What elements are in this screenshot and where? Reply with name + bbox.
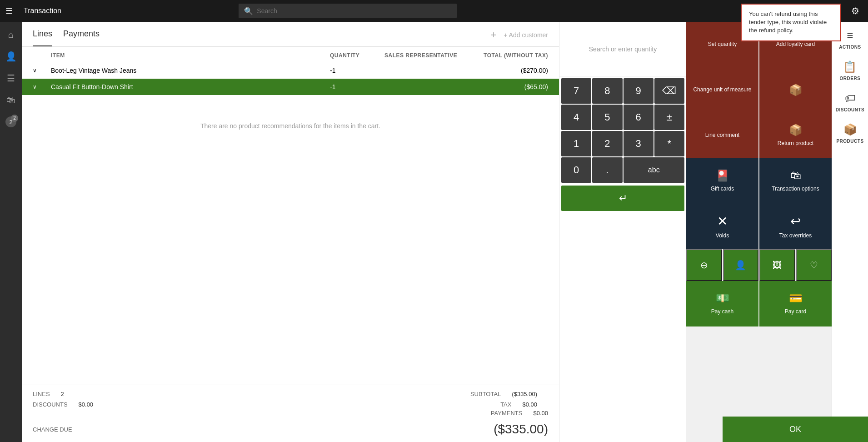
- action-panels: Set quantity Add loyalty card Change uni…: [686, 22, 832, 442]
- transaction-options-button[interactable]: 🛍 Transaction options: [759, 158, 832, 204]
- numpad-abc[interactable]: abc: [624, 157, 685, 183]
- search-icon: 🔍: [244, 7, 253, 15]
- header: ☰ Transaction 🔍 💬 ↻ ⚙: [0, 0, 868, 22]
- lines-label: LINES: [33, 391, 50, 397]
- sidebar-orders[interactable]: 📋 ORDERS: [840, 60, 861, 81]
- tab-payments[interactable]: Payments: [63, 29, 100, 46]
- numpad-0[interactable]: 0: [561, 157, 591, 183]
- hamburger-icon[interactable]: ☰: [5, 6, 13, 16]
- actions-icon: ≡: [847, 29, 853, 42]
- tax-label: TAX: [500, 401, 511, 408]
- numpad-5[interactable]: 5: [592, 105, 622, 130]
- tooltip-message: You can't refund using this tender type,…: [749, 10, 827, 34]
- numpad-backspace[interactable]: ⌫: [654, 78, 684, 104]
- ok-button[interactable]: OK: [723, 417, 868, 442]
- col-item: ITEM: [51, 52, 330, 59]
- numpad-4[interactable]: 4: [561, 105, 591, 130]
- panel-row-3: Line comment 📦 Return product: [686, 113, 832, 158]
- discounts-label: DISCOUNTS: [836, 107, 864, 112]
- tabs: Lines Payments + + Add customer: [22, 22, 559, 47]
- payments-value: $0.00: [533, 410, 548, 417]
- empty-state: There are no product recommendations for…: [33, 95, 548, 157]
- voids-button[interactable]: ✕ Voids: [686, 204, 758, 249]
- settings-icon[interactable]: ⚙: [848, 4, 863, 18]
- numpad-3[interactable]: 3: [624, 131, 653, 156]
- discounts-label: DISCOUNTS: [33, 401, 68, 408]
- numpad-plusminus[interactable]: ±: [654, 105, 684, 130]
- subtotal-label: SUBTOTAL: [470, 391, 501, 397]
- products-label: PRODUCTS: [836, 139, 863, 144]
- numpad-enter[interactable]: ↵: [561, 186, 684, 211]
- pay-card-button[interactable]: 💳 Pay card: [759, 281, 832, 326]
- tax-overrides-button[interactable]: ↩ Tax overrides: [759, 204, 832, 249]
- numpad-9[interactable]: 9: [624, 78, 653, 104]
- pay-cash-button[interactable]: 💵 Pay cash: [686, 281, 758, 326]
- item-qty: -1: [330, 83, 384, 90]
- discounts-icon: 🏷: [845, 92, 856, 105]
- sidebar-menu-icon[interactable]: ☰: [2, 69, 20, 87]
- item-name: Casual Fit Button-Down Shirt: [51, 83, 330, 90]
- payment-sm-2[interactable]: 👤: [723, 249, 759, 281]
- table-row[interactable]: ∨ Boot-Leg Vintage Wash Jeans -1 ($270.0…: [33, 62, 548, 79]
- left-sidebar: ⌂ 👤 ☰ 🛍 2: [0, 22, 22, 442]
- numpad-multiply[interactable]: *: [654, 131, 684, 156]
- sidebar-actions[interactable]: ≡ ACTIONS: [839, 29, 861, 50]
- numpad-1[interactable]: 1: [561, 131, 591, 156]
- lines-value: 2: [61, 391, 64, 397]
- sidebar-products[interactable]: 📦 PRODUCTS: [836, 123, 863, 144]
- products-icon: 📦: [843, 123, 857, 136]
- table-row[interactable]: ∨ Casual Fit Button-Down Shirt -1 ($65.0…: [22, 79, 559, 95]
- item-name: Boot-Leg Vintage Wash Jeans: [51, 67, 330, 74]
- discounts-value: $0.00: [79, 401, 94, 408]
- numpad-dot[interactable]: .: [592, 157, 622, 183]
- panel-row-2: Change unit of measure 📦: [686, 67, 832, 113]
- item-total: ($270.00): [475, 67, 548, 74]
- payment-small-row: ⊖ 👤 🖼 ♡: [686, 249, 832, 281]
- col-sales-rep: SALES REPRESENTATIVE: [384, 52, 475, 59]
- sidebar-home-icon[interactable]: ⌂: [2, 25, 20, 44]
- numpad-2[interactable]: 2: [592, 131, 622, 156]
- lines-area: ITEM QUANTITY SALES REPRESENTATIVE TOTAL…: [22, 47, 559, 385]
- add-customer-label[interactable]: + Add customer: [504, 31, 548, 39]
- table-header: ITEM QUANTITY SALES REPRESENTATIVE TOTAL…: [33, 47, 548, 62]
- numpad-search-label: Search or enter quantity: [559, 22, 686, 76]
- payment-sm-4[interactable]: ♡: [796, 249, 832, 281]
- search-input[interactable]: [257, 7, 451, 15]
- search-bar[interactable]: 🔍: [239, 4, 457, 18]
- panel-row-4: 🎴 Gift cards 🛍 Transaction options: [686, 158, 832, 204]
- numpad-section: Search or enter quantity 7 8 9 ⌫ 4 5 6 ±…: [559, 22, 686, 442]
- actions-label: ACTIONS: [839, 45, 861, 50]
- panel-row-pay: 💵 Pay cash 💳 Pay card: [686, 281, 832, 326]
- gift-cards-button[interactable]: 🎴 Gift cards: [686, 158, 758, 204]
- line-comment-button[interactable]: Line comment: [686, 113, 758, 158]
- item-qty: -1: [330, 67, 384, 74]
- numpad-6[interactable]: 6: [624, 105, 653, 130]
- sidebar-bag-icon[interactable]: 🛍: [2, 91, 20, 109]
- numpad-7[interactable]: 7: [561, 78, 591, 104]
- change-due-label: CHANGE DUE: [33, 426, 72, 433]
- return-product-button[interactable]: 📦 Return product: [759, 113, 832, 158]
- orders-icon: 📋: [843, 60, 857, 73]
- item-total: ($65.00): [475, 83, 548, 90]
- sidebar-discounts[interactable]: 🏷 DISCOUNTS: [836, 92, 864, 112]
- orders-label: ORDERS: [840, 76, 861, 81]
- right-sidebar: ≡ ACTIONS 📋 ORDERS 🏷 DISCOUNTS 📦 PRODUCT…: [832, 22, 868, 442]
- sidebar-badge-icon[interactable]: 2: [2, 113, 20, 131]
- return-product-icon-button[interactable]: 📦: [759, 67, 832, 113]
- dialog-footer: OK: [723, 417, 868, 442]
- add-customer-button[interactable]: +: [490, 29, 496, 41]
- tooltip-popup: You can't refund using this tender type,…: [741, 4, 841, 41]
- payments-label: PAYMENTS: [491, 410, 523, 417]
- main-container: ⌂ 👤 ☰ 🛍 2 Lines Payments + + Add custome…: [0, 22, 868, 442]
- sidebar-badge-count: 2: [5, 116, 16, 127]
- content-area: Lines Payments + + Add customer ITEM QUA…: [22, 22, 559, 442]
- change-unit-button[interactable]: Change unit of measure: [686, 67, 758, 113]
- payment-sm-1[interactable]: ⊖: [686, 249, 722, 281]
- numpad-grid: 7 8 9 ⌫ 4 5 6 ± 1 2 3 * 0 . abc: [559, 76, 686, 185]
- numpad-8[interactable]: 8: [592, 78, 622, 104]
- sidebar-user-icon[interactable]: 👤: [2, 47, 20, 65]
- payment-sm-3[interactable]: 🖼: [759, 249, 795, 281]
- tab-lines[interactable]: Lines: [33, 29, 52, 46]
- chevron-icon: ∨: [33, 84, 51, 90]
- app-title: Transaction: [24, 7, 61, 15]
